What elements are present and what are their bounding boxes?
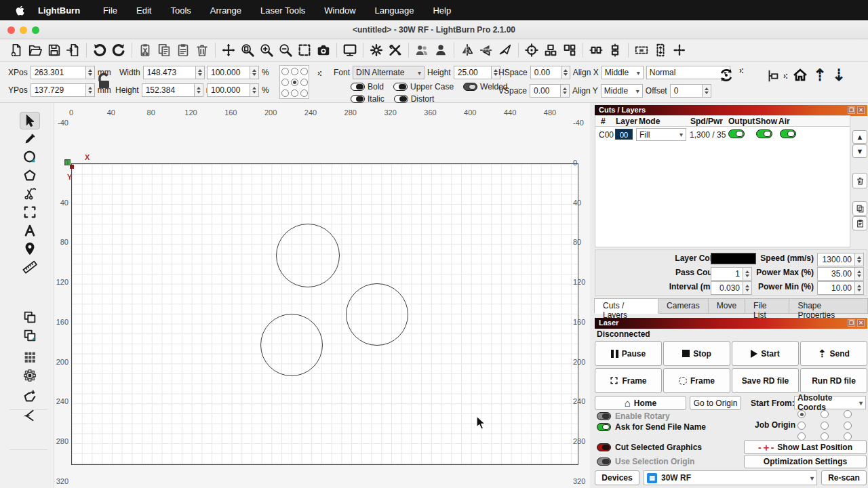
position-pin-tool[interactable] [20,240,40,258]
select-tool[interactable] [20,112,40,129]
close-laser-icon[interactable]: ✕ [857,319,865,327]
frame-button-2[interactable]: Frame [663,368,730,393]
start-from-select[interactable]: Absolute Coords▾ [794,396,866,409]
ellipse-tool[interactable] [20,148,40,166]
layer-show-toggle[interactable] [756,129,772,138]
job-origin-radio-2-1[interactable] [821,432,829,441]
font-select[interactable]: DIN Alternate▾ [353,66,425,79]
device-tools-icon[interactable] [386,41,405,60]
hspace-field[interactable]: 0.00 [530,66,570,79]
layer-paste-button[interactable] [852,216,867,230]
menu-item-tools[interactable]: Tools [161,5,200,16]
job-origin-radio-1-2[interactable] [844,422,852,430]
power-max-field[interactable]: 35.00 [817,267,864,281]
frame-button[interactable]: Frame [595,368,662,393]
pencil-tool[interactable] [20,130,40,148]
anchor-point-0[interactable] [281,68,289,75]
expander-chevron[interactable]: ›: [317,68,321,78]
copy-icon[interactable] [155,41,174,60]
toggle-italic[interactable]: Italic [351,94,384,104]
height-field[interactable]: 152.384 [142,83,203,97]
canvas-area[interactable]: X Y 04080120160200240280320360400440480-… [54,103,590,488]
aligny-select[interactable]: Middle▾ [601,84,643,98]
align-side-icon[interactable] [560,41,579,60]
pass-count-field[interactable]: 1 [711,267,752,281]
anchor-point-8[interactable] [300,89,308,97]
tab-shape-properties[interactable]: Shape Properties [789,298,868,314]
anchor-point-5[interactable] [300,79,308,86]
xpos-field[interactable]: 263.301 [31,66,95,79]
interval-field[interactable]: 0.030 [711,281,752,295]
rescan-button[interactable]: Re-scan [821,470,867,485]
offset-field[interactable]: 0 [670,84,711,98]
menu-item-edit[interactable]: Edit [127,5,161,16]
anchor-point-7[interactable] [291,89,298,97]
edit-nodes-tool[interactable] [20,185,40,203]
distribute-v-icon[interactable] [606,41,625,60]
enable-rotary-toggle[interactable]: Enable Rotary [597,411,670,421]
job-origin-radio-0-2[interactable] [844,410,852,418]
anchor-point-2[interactable] [300,68,308,75]
frame-selection-icon[interactable] [295,41,314,60]
width-percent-field[interactable]: 100.000 [207,66,259,79]
dock-v-icon[interactable] [651,41,670,60]
camera-capture-icon[interactable] [314,41,333,60]
text-tool[interactable] [20,222,40,239]
menu-app-name[interactable]: LightBurn [38,5,90,16]
send-button[interactable]: ⇡Send [800,341,867,366]
import-file-icon[interactable] [64,41,83,60]
menu-item-language[interactable]: Language [366,5,424,16]
expander-chevron-3[interactable]: ›: [783,71,787,81]
align-edge-button[interactable] [765,68,781,83]
material-library-icon[interactable] [412,41,431,60]
node-arrow-tool[interactable] [20,407,40,424]
measure-tool[interactable] [20,258,40,276]
float-laser-icon[interactable]: ❐ [848,319,855,327]
close-panel-icon[interactable]: ✕ [857,106,865,114]
job-origin-radio-0-1[interactable] [821,410,829,418]
boolean-difference-tool[interactable] [20,327,40,344]
home-button[interactable]: ⌂Home [595,396,686,410]
layer-delete-button[interactable] [852,173,867,188]
mirror-horizontal-icon[interactable] [458,41,477,60]
cut-icon[interactable] [136,41,155,60]
anchor-point-1[interactable] [291,68,298,75]
job-origin-radio-1-1[interactable] [821,422,829,430]
tab-file-list[interactable]: File List [745,298,789,314]
shape-arrow-tool[interactable] [20,388,40,406]
height-percent-field[interactable]: 100.000 [207,83,259,97]
settings-gear-icon[interactable] [367,41,386,60]
circular-array-tool[interactable] [20,367,40,384]
align-top-icon[interactable] [541,41,560,60]
tab-move[interactable]: Move [709,298,745,314]
optimization-settings-button[interactable]: Optimization Settings [744,455,867,468]
work-area-grid[interactable] [71,163,578,465]
boolean-union-tool[interactable] [20,308,40,326]
menu-item-window[interactable]: Window [315,5,365,16]
device-select[interactable]: ▤30W RF▾ [644,470,817,485]
laser-header[interactable]: Laser ❐✕ [595,318,867,329]
apple-icon[interactable] [15,5,26,16]
preview-monitor-icon[interactable] [340,41,359,60]
art-library-icon[interactable] [431,41,450,60]
layer-color-chip[interactable]: 00 [615,129,633,140]
width-field[interactable]: 148.473 [143,66,205,79]
shear-icon[interactable] [496,41,515,60]
stop-button[interactable]: Stop [663,341,730,366]
expander-chevron-2[interactable]: ›: [739,66,743,75]
mirror-vertical-icon[interactable] [477,41,496,60]
distribute-h-icon[interactable] [587,41,606,60]
ypos-field[interactable]: 137.729 [31,83,95,97]
print-origin-icon[interactable] [522,41,541,60]
pause-button[interactable]: Pause [595,341,662,366]
dock-h-icon[interactable] [632,41,651,60]
undo-icon[interactable] [90,41,109,60]
open-file-icon[interactable] [26,41,45,60]
tab-cuts-layers[interactable]: Cuts / Layers [594,298,658,314]
speed-field[interactable]: 1300.00 [817,253,864,266]
move-cross-icon[interactable] [670,41,689,60]
vspace-field[interactable]: 0.00 [530,84,570,98]
start-button[interactable]: Start [732,341,799,366]
layer-move-down-button[interactable]: ▼ [852,144,867,158]
job-origin-radio-0-0[interactable] [797,410,806,418]
